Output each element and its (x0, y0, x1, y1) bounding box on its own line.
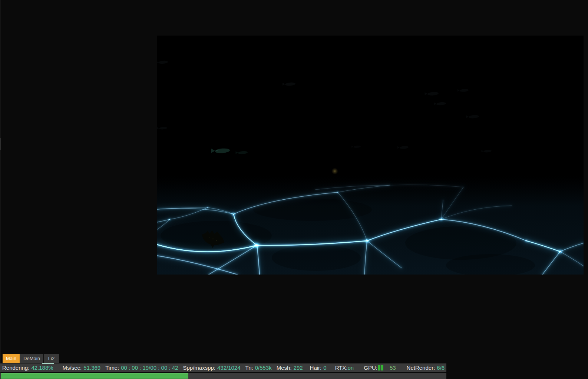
status-value: 6/6 (437, 365, 445, 371)
status-label: NetRender: (407, 365, 435, 371)
status-item-tri: Tri: 0/553k (245, 365, 272, 371)
render-image (157, 36, 584, 275)
tab-render-indicator (42, 363, 54, 364)
status-value: 42.188% (31, 365, 53, 371)
status-label: Mesh: (277, 365, 292, 371)
status-value: 0/553k (255, 365, 272, 371)
status-value: 292 (294, 365, 303, 371)
status-label: Spp/maxspp: (183, 365, 215, 371)
render-viewport[interactable] (157, 36, 584, 275)
buffer-tab-label: DeMain (23, 356, 40, 361)
status-label: Ms/sec: (63, 365, 82, 371)
buffer-tabs: Main DeMain Li2 (3, 354, 59, 363)
render-progress-track (0, 373, 446, 379)
status-item-time: Time: 00 : 00 : 19/00 : 00 : 42 (105, 365, 178, 371)
status-value: 00 : 00 : 19/00 : 00 : 42 (121, 365, 178, 371)
left-scrollbar (0, 0, 1, 379)
buffer-tab-label: Li2 (48, 356, 54, 361)
buffer-tab-main[interactable]: Main (3, 354, 20, 363)
status-item-mssec: Ms/sec: 51.369 (63, 365, 101, 371)
buffer-tab-demain[interactable]: DeMain (20, 354, 43, 363)
status-value: 432/1024 (217, 365, 241, 371)
status-label: Rendering: (2, 365, 29, 371)
status-value: 0 (323, 365, 326, 371)
status-item-hair: Hair: 0 (310, 365, 327, 371)
status-value: 53 (390, 365, 396, 371)
status-label: Time: (105, 365, 119, 371)
render-progress-fill (1, 373, 188, 379)
render-status-bar: Rendering: 42.188% Ms/sec: 51.369 Time: … (0, 363, 446, 372)
status-item-rendering: Rendering: 42.188% (2, 365, 53, 371)
left-scrollbar-thumb[interactable] (0, 138, 1, 150)
status-label: Tri: (245, 365, 253, 371)
status-label: Hair: (310, 365, 322, 371)
status-value: on (348, 365, 354, 371)
status-item-netrender: NetRender: 6/6 (407, 365, 445, 371)
gpu-usage-bars-icon (378, 365, 384, 370)
status-label: GPU: (364, 365, 377, 371)
status-item-mesh: Mesh: 292 (277, 365, 303, 371)
status-value: 51.369 (83, 365, 100, 371)
render-window: Main DeMain Li2 Rendering: 42.188% Ms/se… (0, 0, 588, 379)
status-item-rtx: RTX: on (335, 365, 354, 371)
status-item-sppmaxspp: Spp/maxspp: 432/1024 (183, 365, 240, 371)
status-label: RTX: (335, 365, 348, 371)
buffer-tab-li2[interactable]: Li2 (44, 354, 59, 363)
buffer-tab-label: Main (6, 356, 16, 361)
status-item-gpu: GPU: 53 (364, 365, 396, 371)
